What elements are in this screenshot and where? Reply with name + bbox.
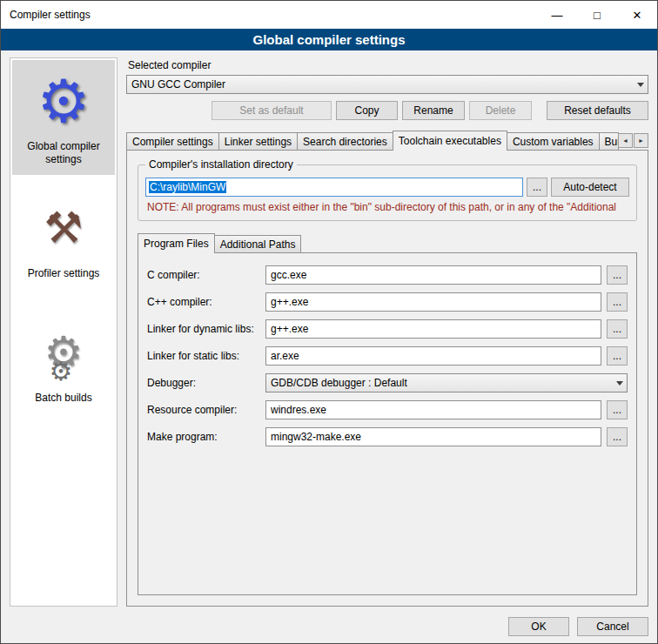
- make-program-row: Make program: mingw32-make.exe ...: [147, 427, 628, 446]
- profiler-icon: ⚒: [44, 206, 84, 250]
- delete-button[interactable]: Delete: [469, 101, 532, 120]
- tab-search-directories[interactable]: Search directories: [297, 132, 393, 150]
- c-compiler-input[interactable]: gcc.exe: [265, 265, 601, 285]
- cpp-compiler-label: C++ compiler:: [147, 296, 260, 308]
- auto-detect-button[interactable]: Auto-detect: [551, 178, 629, 197]
- c-compiler-label: C compiler:: [147, 269, 260, 281]
- toolchain-executables-panel: Compiler's installation directory C:\ray…: [126, 150, 648, 607]
- profiler-icon-wrap: ⚒: [44, 194, 84, 262]
- main-panel: Selected compiler GNU GCC Compiler Set a…: [126, 57, 648, 607]
- debugger-label: Debugger:: [147, 377, 260, 389]
- static-linker-label: Linker for static libs:: [147, 350, 260, 362]
- c-compiler-browse-button[interactable]: ...: [607, 265, 628, 285]
- sidebar-item-profiler-settings[interactable]: ⚒ Profiler settings: [12, 187, 115, 289]
- dynamic-linker-label: Linker for dynamic libs:: [147, 323, 260, 335]
- program-files-panel: C compiler: gcc.exe ... C++ compiler: g+…: [138, 252, 637, 595]
- batch-builds-icon-wrap: ⚙ ⚙: [44, 319, 84, 386]
- tab-custom-variables[interactable]: Custom variables: [507, 132, 600, 150]
- scroll-left-icon: ◄: [622, 138, 628, 144]
- close-icon: ✕: [633, 9, 642, 22]
- dialog-header: Global compiler settings: [1, 29, 657, 50]
- dialog-body: ⚙ Global compiler settings ⚒ Profiler se…: [1, 50, 657, 612]
- gear-icon: ⚙: [37, 71, 91, 131]
- chevron-down-icon: [633, 76, 648, 93]
- resource-compiler-label: Resource compiler:: [147, 404, 260, 416]
- dynamic-linker-row: Linker for dynamic libs: g++.exe ...: [147, 319, 628, 339]
- cpp-compiler-row: C++ compiler: g++.exe ...: [147, 292, 628, 312]
- cpp-compiler-input[interactable]: g++.exe: [265, 292, 601, 312]
- installation-directory-row: C:\raylib\MinGW ... Auto-detect: [145, 178, 629, 197]
- window-controls: — □ ✕: [537, 1, 657, 29]
- sidebar-item-label: Global compiler settings: [14, 140, 113, 166]
- installation-directory-input[interactable]: C:\raylib\MinGW: [145, 178, 523, 197]
- c-compiler-row: C compiler: gcc.exe ...: [147, 265, 628, 285]
- installation-directory-groupbox: Compiler's installation directory C:\ray…: [138, 164, 637, 221]
- scroll-right-icon: ►: [638, 138, 644, 144]
- ok-button[interactable]: OK: [508, 617, 569, 636]
- minimize-button[interactable]: —: [537, 1, 577, 29]
- resource-compiler-browse-button[interactable]: ...: [607, 400, 628, 419]
- chevron-down-icon: [612, 374, 627, 392]
- resource-compiler-row: Resource compiler: windres.exe ...: [147, 400, 628, 419]
- copy-button[interactable]: Copy: [336, 101, 398, 120]
- set-as-default-button[interactable]: Set as default: [212, 101, 332, 120]
- reset-defaults-button[interactable]: Reset defaults: [547, 101, 648, 120]
- cancel-button[interactable]: Cancel: [577, 617, 648, 636]
- debugger-value: GDB/CDB debugger : Default: [271, 377, 612, 389]
- settings-tab-strip: Compiler settings Linker settings Search…: [126, 131, 648, 150]
- tab-linker-settings[interactable]: Linker settings: [218, 132, 298, 150]
- installation-directory-legend: Compiler's installation directory: [145, 158, 297, 171]
- dialog-footer: OK Cancel: [1, 612, 657, 643]
- program-files-tab-strip: Program Files Additional Paths: [138, 233, 637, 252]
- tab-scroll-right-button[interactable]: ►: [634, 133, 648, 148]
- tab-toolchain-executables[interactable]: Toolchain executables: [393, 131, 507, 151]
- sidebar-item-batch-builds[interactable]: ⚙ ⚙ Batch builds: [12, 312, 115, 413]
- settings-category-sidebar: ⚙ Global compiler settings ⚒ Profiler se…: [10, 57, 118, 607]
- rename-button[interactable]: Rename: [402, 101, 465, 120]
- subtab-additional-paths[interactable]: Additional Paths: [214, 235, 302, 252]
- maximize-icon: □: [594, 9, 601, 22]
- subtab-program-files[interactable]: Program Files: [138, 233, 215, 253]
- tab-build-options-truncated[interactable]: Builc: [599, 132, 619, 150]
- cpp-compiler-browse-button[interactable]: ...: [607, 292, 628, 312]
- resource-compiler-input[interactable]: windres.exe: [265, 400, 601, 419]
- tab-scroll-buttons: ◄ ►: [618, 133, 648, 148]
- static-linker-browse-button[interactable]: ...: [607, 346, 628, 366]
- page-title: Global compiler settings: [252, 32, 405, 47]
- make-program-label: Make program:: [147, 431, 260, 443]
- compiler-settings-dialog: Compiler settings — □ ✕ Global compiler …: [0, 0, 658, 644]
- close-button[interactable]: ✕: [617, 1, 657, 29]
- selected-compiler-dropdown[interactable]: GNU GCC Compiler: [126, 75, 648, 94]
- dynamic-linker-input[interactable]: g++.exe: [265, 319, 601, 339]
- installation-directory-browse-button[interactable]: ...: [527, 178, 547, 197]
- make-program-browse-button[interactable]: ...: [607, 427, 628, 446]
- static-linker-row: Linker for static libs: ar.exe ...: [147, 346, 628, 366]
- make-program-input[interactable]: mingw32-make.exe: [265, 427, 601, 446]
- global-compiler-icon-wrap: ⚙: [37, 67, 91, 135]
- tab-scroll-left-button[interactable]: ◄: [618, 133, 633, 148]
- selected-compiler-value: GNU GCC Compiler: [131, 78, 633, 91]
- debugger-row: Debugger: GDB/CDB debugger : Default: [147, 373, 628, 392]
- bin-subdirectory-note: NOTE: All programs must exist either in …: [147, 201, 628, 213]
- maximize-button[interactable]: □: [577, 1, 617, 29]
- title-bar: Compiler settings — □ ✕: [1, 1, 657, 29]
- minimize-icon: —: [552, 9, 563, 22]
- window-title: Compiler settings: [10, 9, 91, 21]
- dynamic-linker-browse-button[interactable]: ...: [607, 319, 628, 339]
- compiler-action-buttons: Set as default Copy Rename Delete Reset …: [126, 101, 648, 120]
- debugger-dropdown[interactable]: GDB/CDB debugger : Default: [265, 373, 628, 392]
- sidebar-item-label: Profiler settings: [28, 267, 100, 280]
- tab-compiler-settings[interactable]: Compiler settings: [126, 132, 219, 150]
- sidebar-item-label: Batch builds: [35, 392, 91, 405]
- selected-compiler-label: Selected compiler: [128, 59, 648, 71]
- static-linker-input[interactable]: ar.exe: [265, 346, 601, 366]
- sidebar-item-global-compiler-settings[interactable]: ⚙ Global compiler settings: [12, 60, 115, 175]
- gear-small-icon: ⚙: [50, 359, 73, 385]
- installation-directory-value: C:\raylib\MinGW: [149, 181, 226, 193]
